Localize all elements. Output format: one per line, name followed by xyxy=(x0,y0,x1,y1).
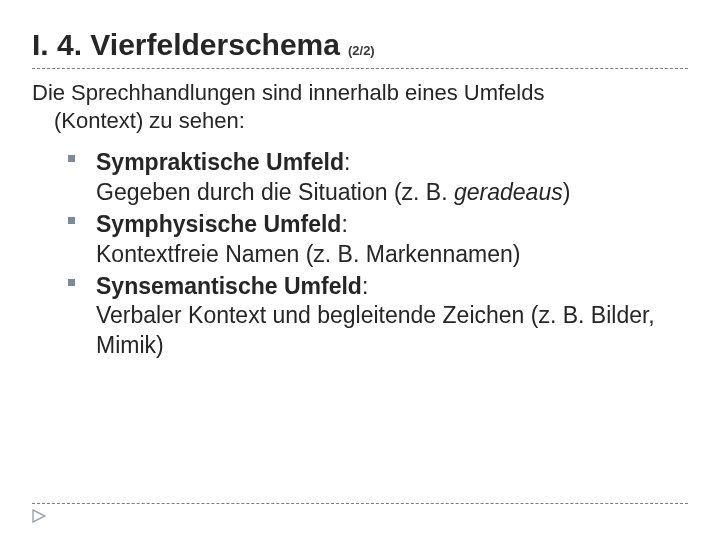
bullet-colon: : xyxy=(362,273,368,299)
bullet-desc-pre: Gegeben durch die Situation (z. B. xyxy=(96,179,454,205)
list-item: Synsemantische Umfeld: Verbaler Kontext … xyxy=(68,272,688,362)
square-bullet-icon xyxy=(68,279,75,286)
bullet-desc-pre: Kontextfreie Namen (z. B. Markennamen) xyxy=(96,241,520,267)
bullet-desc-pre: Verbaler Kontext und begleitende Zeichen… xyxy=(96,302,655,358)
bullet-colon: : xyxy=(344,149,350,175)
svg-marker-0 xyxy=(33,510,45,522)
page-indicator: (2/2) xyxy=(348,43,375,58)
bullet-list: Sympraktische Umfeld: Gegeben durch die … xyxy=(32,148,688,361)
title-divider xyxy=(32,68,688,69)
intro-line-2: (Kontext) zu sehen: xyxy=(32,107,688,135)
intro-text: Die Sprechhandlungen sind innerhalb eine… xyxy=(32,79,688,134)
bullet-desc-em: geradeaus xyxy=(454,179,563,205)
bullet-colon: : xyxy=(341,211,347,237)
slide-title: I. 4. Vierfelderschema xyxy=(32,28,340,62)
list-item: Symphysische Umfeld: Kontextfreie Namen … xyxy=(68,210,688,270)
play-triangle-icon xyxy=(32,509,46,523)
slide-title-row: I. 4. Vierfelderschema (2/2) xyxy=(32,28,688,62)
square-bullet-icon xyxy=(68,217,75,224)
bullet-term: Sympraktische Umfeld xyxy=(96,149,344,175)
square-bullet-icon xyxy=(68,155,75,162)
list-item: Sympraktische Umfeld: Gegeben durch die … xyxy=(68,148,688,208)
intro-line-1: Die Sprechhandlungen sind innerhalb eine… xyxy=(32,79,688,107)
footer-divider xyxy=(32,503,688,504)
bullet-term: Symphysische Umfeld xyxy=(96,211,341,237)
bullet-term: Synsemantische Umfeld xyxy=(96,273,362,299)
bullet-desc-post: ) xyxy=(563,179,571,205)
